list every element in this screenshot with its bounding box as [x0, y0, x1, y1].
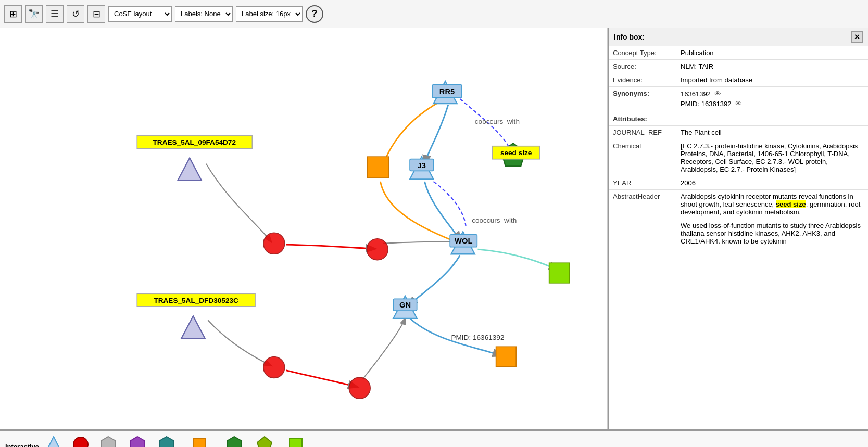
- label-source: Source:: [609, 60, 676, 73]
- svg-point-20: [367, 239, 388, 260]
- value-abstract: Arabidopsis cytokinin receptor mutants r…: [676, 190, 868, 219]
- value-journal: The Plant cell: [676, 126, 868, 139]
- list-icon-btn[interactable]: ☰: [46, 5, 64, 23]
- svg-point-21: [263, 357, 285, 378]
- label-concept-type: Concept Type:: [609, 46, 676, 60]
- label-evidence: Evidence:: [609, 73, 676, 87]
- phenotype-shape: [286, 435, 305, 447]
- svg-rect-12: [367, 157, 388, 178]
- value-chemical: [EC 2.7.3.- protein-histidine kinase, Cy…: [676, 139, 868, 176]
- svg-text:TRAES_5AL_09FA54D72: TRAES_5AL_09FA54D72: [153, 138, 236, 146]
- svg-point-19: [263, 233, 285, 254]
- svg-marker-37: [228, 437, 241, 447]
- table-row-synonyms: Synonyms: 16361392 👁 PMID: 16361392 👁: [609, 87, 868, 112]
- svg-marker-31: [46, 437, 61, 447]
- legend-items: 6/9 Gene 4/12 Protein 0/9 Domain: [44, 435, 309, 447]
- synonym-text-1: 16361392: [681, 90, 711, 98]
- svg-point-22: [349, 377, 370, 399]
- label-synonyms: Synonyms:: [609, 87, 676, 112]
- svg-rect-39: [290, 438, 302, 447]
- svg-point-32: [73, 437, 88, 447]
- svg-marker-13: [178, 158, 201, 180]
- bioproc-shape: [157, 435, 176, 447]
- table-row-chemical: Chemical [EC 2.7.3.- protein-histidine k…: [609, 139, 868, 176]
- to-shape: [255, 435, 274, 447]
- table-row-year: YEAR 2006: [609, 176, 868, 190]
- protein-shape: [71, 435, 90, 447]
- legend-item-protein[interactable]: 4/12 Protein: [71, 435, 90, 447]
- legend-item-cellcomp[interactable]: 0/14 CellComp: [222, 435, 247, 447]
- svg-text:RR5: RR5: [439, 87, 455, 96]
- eye-icon-2[interactable]: 👁: [735, 99, 742, 108]
- legend-item-molfunc[interactable]: 0/20 MolFunc: [127, 435, 148, 447]
- table-row: Evidence: Imported from database: [609, 73, 868, 87]
- value-synonyms: 16361392 👁 PMID: 16361392 👁: [676, 87, 868, 112]
- layout-select[interactable]: CoSE layout Random layout Circle layout …: [108, 6, 172, 22]
- legend-title: InteractiveLegend:: [5, 443, 39, 447]
- svg-marker-35: [160, 437, 173, 447]
- legend-item-to[interactable]: 1/31 TO: [255, 435, 274, 447]
- label-chemical: Chemical: [609, 139, 676, 176]
- info-panel-header: Info box: ✕: [609, 28, 868, 46]
- graph-canvas[interactable]: RR5 J3 WOL GN TRAES_5AL_09FA54D72 TRAES_…: [0, 28, 608, 429]
- table-row-journal: JOURNAL_REF The Plant cell: [609, 126, 868, 139]
- reset-icon-btn[interactable]: ↺: [67, 5, 84, 23]
- svg-text:GN: GN: [399, 301, 411, 309]
- value-evidence: Imported from database: [676, 73, 868, 87]
- labels-select[interactable]: Labels: None Labels: Short Labels: Full: [175, 6, 233, 22]
- synonym-row-1: 16361392 👁: [681, 90, 864, 98]
- legend-item-publication[interactable]: 2/218 Publication: [185, 435, 213, 447]
- eye-icon-1[interactable]: 👁: [714, 90, 721, 98]
- svg-marker-33: [102, 437, 115, 447]
- main-area: RR5 J3 WOL GN TRAES_5AL_09FA54D72 TRAES_…: [0, 28, 868, 429]
- table-row-body: We used loss-of-function mutants to stud…: [609, 219, 868, 248]
- table-row-attributes: Attributes:: [609, 112, 868, 126]
- legend: InteractiveLegend: 6/9 Gene 4/12 Protein: [0, 430, 868, 447]
- value-source: NLM: TAIR: [676, 60, 868, 73]
- svg-text:WOL: WOL: [455, 237, 472, 245]
- svg-rect-36: [193, 438, 206, 447]
- labelsize-select[interactable]: Label size: 12px Label size: 14px Label …: [236, 6, 303, 22]
- svg-marker-16: [181, 316, 205, 338]
- label-year: YEAR: [609, 176, 676, 190]
- svg-text:cooccurs_with: cooccurs_with: [472, 216, 517, 224]
- legend-item-gene[interactable]: 6/9 Gene: [44, 435, 63, 447]
- table-row: Source: NLM: TAIR: [609, 60, 868, 73]
- grid-icon-btn[interactable]: ⊞: [4, 5, 22, 23]
- cellcomp-shape: [225, 435, 244, 447]
- value-concept-type: Publication: [676, 46, 868, 60]
- legend-item-domain[interactable]: 0/9 Domain: [98, 435, 118, 447]
- molfunc-shape: [128, 435, 147, 447]
- publication-shape: [190, 435, 209, 447]
- legend-item-phenotype[interactable]: 1/135 Phenotype: [282, 435, 310, 447]
- binoculars-icon-btn[interactable]: 🔭: [25, 5, 43, 23]
- svg-rect-26: [549, 263, 570, 283]
- gene-shape: [44, 435, 63, 447]
- legend-item-bioproc[interactable]: 0/80 BioProc: [157, 435, 177, 447]
- label-body: [609, 219, 676, 248]
- toolbar: ⊞ 🔭 ☰ ↺ ⊟ CoSE layout Random layout Circ…: [0, 0, 868, 28]
- info-table: Concept Type: Publication Source: NLM: T…: [609, 46, 868, 248]
- label-journal: JOURNAL_REF: [609, 126, 676, 139]
- info-panel-title: Info box:: [614, 33, 645, 41]
- bottom-bar: InteractiveLegend: 6/9 Gene 4/12 Protein: [0, 429, 868, 447]
- svg-marker-34: [131, 437, 144, 447]
- synonym-row-2: PMID: 16361392 👁: [681, 99, 864, 108]
- label-attributes: Attributes:: [609, 112, 868, 126]
- table-row-abstract: AbstractHeader Arabidopsis cytokinin rec…: [609, 190, 868, 219]
- table-row: Concept Type: Publication: [609, 46, 868, 60]
- value-year: 2006: [676, 176, 868, 190]
- highlight-seedsize: seed size: [776, 200, 806, 208]
- svg-marker-38: [257, 437, 272, 447]
- value-body: We used loss-of-function mutants to stud…: [676, 219, 868, 248]
- svg-text:cooccurs_with: cooccurs_with: [475, 118, 520, 125]
- domain-shape: [99, 435, 118, 447]
- layout-icon-btn[interactable]: ⊟: [87, 5, 105, 23]
- help-button[interactable]: ?: [306, 5, 323, 23]
- info-panel: Info box: ✕ Concept Type: Publication So…: [608, 28, 868, 429]
- label-abstract: AbstractHeader: [609, 190, 676, 219]
- info-panel-close-button[interactable]: ✕: [851, 31, 863, 43]
- svg-rect-27: [496, 347, 517, 367]
- graph-svg: RR5 J3 WOL GN TRAES_5AL_09FA54D72 TRAES_…: [0, 28, 607, 429]
- synonym-text-2: PMID: 16361392: [681, 100, 732, 108]
